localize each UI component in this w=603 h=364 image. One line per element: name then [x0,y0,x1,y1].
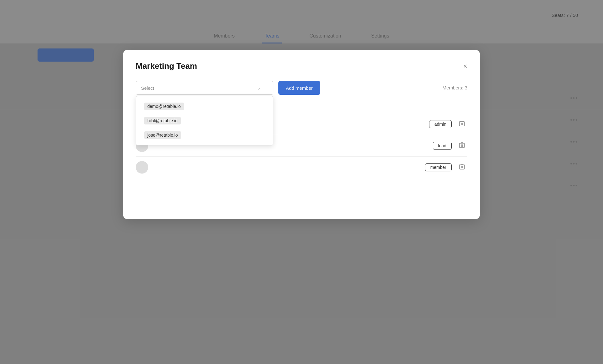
member-dropdown: demo@retable.io hilal@retable.io jose@re… [136,96,273,145]
marketing-team-modal: Marketing Team × Select ⌄ demo@retable.i… [123,50,480,219]
add-member-row: Select ⌄ demo@retable.io hilal@retable.i… [136,81,467,95]
svg-rect-6 [459,143,464,148]
chevron-down-icon: ⌄ [257,85,261,90]
members-count: Members: 3 [443,81,467,95]
svg-rect-2 [459,122,464,126]
role-badge-admin[interactable]: admin [429,120,452,128]
dropdown-item-demo[interactable]: demo@retable.io [139,99,271,113]
modal-close-button[interactable]: × [463,63,467,70]
select-wrapper: Select ⌄ demo@retable.io hilal@retable.i… [136,81,273,95]
member-row-3: member [136,157,467,178]
role-badge-member[interactable]: member [425,163,452,171]
dropdown-item-hilal[interactable]: hilal@retable.io [139,114,271,128]
svg-rect-10 [459,165,464,169]
delete-icon-2[interactable] [457,141,467,151]
dropdown-item-jose[interactable]: jose@retable.io [139,128,271,142]
add-member-button[interactable]: Add member [278,81,320,95]
modal-title: Marketing Team [136,61,197,71]
select-placeholder: Select [141,85,154,91]
delete-icon-zeynep[interactable] [457,119,467,129]
modal-header: Marketing Team × [136,61,467,71]
role-badge-lead[interactable]: lead [433,142,452,150]
avatar-member3 [136,161,148,174]
delete-icon-3[interactable] [457,162,467,172]
member-select[interactable]: Select ⌄ [136,81,273,95]
